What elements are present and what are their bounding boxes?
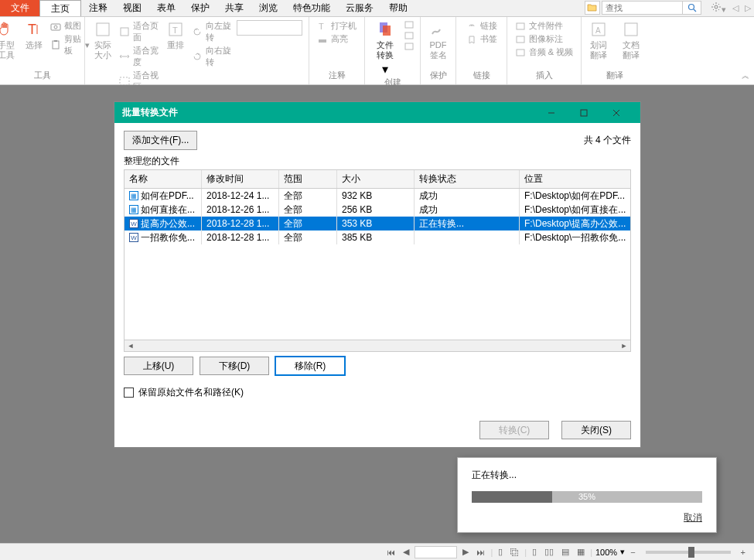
select-tool-button[interactable]: T 选择 [22, 20, 46, 50]
av-button[interactable]: 音频 & 视频 [515, 46, 573, 58]
svg-rect-29 [517, 23, 524, 29]
move-up-button[interactable]: 上移(U) [124, 357, 193, 375]
menu-home[interactable]: 主页 [39, 0, 81, 16]
prev-page-icon[interactable]: ◀ [401, 547, 411, 557]
zoom-value: 100% [595, 548, 617, 557]
last-page-icon[interactable]: ⏭ [474, 548, 487, 557]
convert-button: 转换(C) [479, 421, 549, 439]
progress-cancel-link[interactable]: 取消 [472, 511, 702, 524]
add-file-button[interactable]: 添加文件(F)... [124, 131, 197, 150]
layout-cont-icon[interactable]: ⿻ [508, 548, 521, 557]
table-row[interactable]: W提高办公效...2018-12-28 1...全部353 KB正在转换...F… [125, 217, 630, 230]
th-range[interactable]: 范围 [279, 170, 337, 188]
svg-line-9 [713, 9, 714, 10]
table-row[interactable]: W一招教你免...2018-12-28 1...全部385 KBF:\Deskt… [125, 230, 630, 244]
svg-rect-18 [121, 28, 128, 36]
screenshot-button[interactable]: 截图 [50, 20, 90, 32]
maximize-button[interactable] [568, 102, 600, 123]
dialog-titlebar: 批量转换文件 [114, 102, 640, 123]
scroll-right-icon[interactable]: ► [618, 340, 630, 351]
menu-item[interactable]: 云服务 [338, 0, 381, 16]
nav-next-icon[interactable]: ▷ [742, 3, 754, 13]
search-icon[interactable] [683, 1, 701, 15]
create-small-1[interactable] [404, 20, 415, 29]
scroll-left-icon[interactable]: ◄ [125, 340, 137, 351]
layout-single-icon[interactable]: ▯ [496, 547, 505, 557]
rotate-left-button[interactable]: 向左旋转 [192, 20, 232, 43]
table-row[interactable]: ▦如何在PDF...2018-12-24 1...全部932 KB成功F:\De… [125, 189, 630, 203]
th-status[interactable]: 转换状态 [415, 170, 520, 188]
ribbon-group-label: 插入 [513, 70, 575, 83]
move-down-button[interactable]: 下移(D) [200, 357, 269, 375]
menu-item[interactable]: 特色功能 [285, 0, 338, 16]
th-name[interactable]: 名称 [125, 170, 202, 188]
create-small-3[interactable] [404, 42, 415, 51]
svg-rect-28 [405, 43, 413, 50]
close-dialog-button[interactable]: 关闭(S) [561, 421, 631, 439]
file-count: 共 4 个文件 [584, 134, 631, 147]
horizontal-scrollbar[interactable]: ◄ ► [125, 340, 630, 351]
remove-button[interactable]: 移除(R) [275, 357, 345, 375]
search-input[interactable] [602, 1, 683, 15]
layout-3-icon[interactable]: ▤ [559, 547, 571, 557]
next-page-icon[interactable]: ▶ [460, 547, 471, 557]
th-size[interactable]: 大小 [337, 170, 415, 188]
layout-2-icon[interactable]: ▯▯ [542, 547, 556, 557]
th-date[interactable]: 修改时间 [202, 170, 279, 188]
settings-icon[interactable]: ▾ [708, 2, 729, 15]
minimize-button[interactable] [535, 102, 568, 123]
menu-file[interactable]: 文件 [0, 0, 40, 16]
menu-item[interactable]: 浏览 [251, 0, 285, 16]
fit-width-button[interactable]: 适合宽度 [119, 45, 159, 68]
workspace: 批量转换文件 添加文件(F)... 共 4 个文件 整理您的文件 名称 修改时间… [0, 85, 754, 543]
layout-1-icon[interactable]: ▯ [530, 547, 539, 557]
clipboard-button[interactable]: 剪贴板▾ [50, 33, 90, 56]
ribbon-collapse-icon[interactable]: ︽ [742, 70, 749, 81]
doc-translate-button[interactable]: 文档 翻译 [617, 20, 645, 60]
svg-line-7 [713, 4, 714, 5]
menu-item[interactable]: 注释 [81, 0, 115, 16]
zoom-out-icon[interactable]: − [628, 548, 637, 557]
bookmark-button[interactable]: 书签 [466, 33, 497, 45]
close-button[interactable] [600, 102, 633, 123]
keep-original-label: 保留原始文件名和路径(K) [138, 386, 244, 399]
menu-item[interactable]: 表单 [149, 0, 183, 16]
nav-prev-icon[interactable]: ◁ [729, 3, 742, 13]
rotate-right-button[interactable]: 向右旋转 [192, 45, 232, 68]
highlight-button[interactable]: 高亮 [317, 33, 357, 45]
ribbon-group-label: 链接 [462, 70, 500, 83]
fit-page-button[interactable]: 适合页面 [119, 20, 159, 43]
svg-text:T: T [28, 22, 36, 37]
progress-label: 正在转换... [472, 469, 702, 482]
hand-tool-button[interactable]: 手型 工具 [0, 20, 18, 60]
menu-item[interactable]: 帮助 [381, 0, 415, 16]
menu-item[interactable]: 共享 [217, 0, 251, 16]
image-label-button[interactable]: 图像标注 [515, 33, 573, 45]
folder-open-icon[interactable] [585, 1, 600, 15]
table-row[interactable]: ▦如何直接在...2018-12-26 1...全部256 KB成功F:\Des… [125, 203, 630, 217]
create-small-2[interactable] [404, 31, 415, 40]
pdf-sign-button[interactable]: PDF 签名 [425, 20, 452, 60]
layout-4-icon[interactable]: ▦ [575, 547, 587, 557]
link-button[interactable]: 链接 [466, 20, 497, 32]
reflow-button[interactable]: T 重排 [164, 20, 187, 50]
menu-item[interactable]: 保护 [183, 0, 217, 16]
th-location[interactable]: 位置 [520, 170, 630, 188]
view-input[interactable] [237, 20, 302, 36]
file-convert-button[interactable]: 文件 转换▾ [371, 20, 399, 77]
first-page-icon[interactable]: ⏮ [384, 548, 397, 557]
svg-rect-30 [517, 36, 524, 43]
svg-line-8 [718, 9, 719, 10]
typewriter-button[interactable]: T打字机 [317, 20, 357, 32]
zoom-slider[interactable] [646, 551, 731, 554]
attachment-button[interactable]: 文件附件 [515, 20, 573, 32]
word-translate-button[interactable]: A 划词 翻译 [585, 20, 612, 60]
ribbon-group-label: 翻译 [588, 70, 642, 83]
page-input[interactable] [415, 546, 457, 558]
keep-original-checkbox[interactable] [124, 388, 134, 398]
zoom-in-icon[interactable]: + [739, 548, 748, 557]
svg-rect-19 [120, 77, 129, 85]
word-doc-icon: W [129, 219, 138, 228]
menu-item[interactable]: 视图 [115, 0, 149, 16]
actual-size-button[interactable]: 实际 大小 [91, 20, 114, 60]
